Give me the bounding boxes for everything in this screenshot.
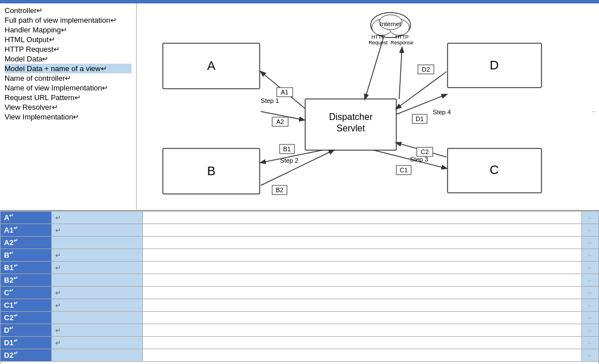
- left-item-name-view-impl[interactable]: Name of view Implementation↵: [5, 83, 132, 93]
- svg-text:Internet: Internet: [380, 20, 401, 27]
- table-section: A↵↵←A1↵↵←A2↵←B↵↵←B1↵↵←B2↵←C↵↵←C1↵↵←C2↵←D…: [0, 210, 599, 364]
- table-label-a: A↵: [1, 212, 52, 224]
- table-label-c1: C1↵: [1, 299, 52, 312]
- svg-text:C1: C1: [400, 167, 408, 173]
- svg-text:Step 2: Step 2: [280, 157, 298, 164]
- scroll-hint-right: ←: [590, 107, 598, 115]
- table-label-a2: A2↵: [1, 237, 52, 249]
- table-input-b1[interactable]: ↵: [52, 262, 143, 274]
- table-arrow-b1: ←: [582, 262, 599, 274]
- svg-line-20: [365, 36, 384, 99]
- svg-text:C2: C2: [421, 148, 429, 155]
- table-answer-c1[interactable]: [143, 299, 582, 312]
- table-input-c[interactable]: ↵: [52, 287, 143, 299]
- svg-text:D1: D1: [416, 115, 424, 122]
- diagram-area: A B Dispatcher Servlet C D Internet HTTP…: [137, 3, 599, 210]
- table-answer-b2[interactable]: [143, 274, 582, 287]
- table-label-d2: D2↵: [1, 349, 52, 362]
- svg-text:B2: B2: [276, 187, 283, 193]
- table-label-b: B↵: [1, 249, 52, 262]
- table-arrow-d2: ←: [582, 349, 599, 362]
- table-input-c1[interactable]: ↵: [52, 299, 143, 312]
- table-input-a[interactable]: ↵: [52, 212, 143, 224]
- svg-text:Step 1: Step 1: [261, 97, 279, 104]
- svg-text:D2: D2: [422, 66, 430, 73]
- table-answer-d[interactable]: [143, 324, 582, 337]
- table-input-b2[interactable]: [52, 274, 143, 287]
- svg-text:C: C: [490, 163, 499, 177]
- table-input-c2[interactable]: [52, 312, 143, 324]
- svg-text:B: B: [207, 164, 216, 178]
- svg-line-40: [396, 72, 446, 109]
- left-item-http-request[interactable]: HTTP Request↵: [5, 44, 132, 54]
- table-label-c: C↵: [1, 287, 52, 299]
- table-answer-a[interactable]: [143, 212, 582, 224]
- left-item-request-url[interactable]: Request URL Pattern↵: [5, 93, 132, 102]
- svg-line-21: [399, 48, 402, 99]
- diagram-svg: A B Dispatcher Servlet C D Internet HTTP…: [137, 3, 599, 208]
- main-content: Controller↵Full path of view implementat…: [0, 3, 599, 210]
- table-answer-a1[interactable]: [143, 224, 582, 237]
- left-item-view-resolver[interactable]: View Resolver↵: [5, 102, 132, 112]
- table-answer-d2[interactable]: [143, 349, 582, 362]
- table-answer-d1[interactable]: [143, 337, 582, 349]
- svg-text:Step 4: Step 4: [433, 109, 451, 115]
- table-arrow-d: ←: [582, 324, 599, 337]
- svg-text:Dispatcher: Dispatcher: [329, 112, 373, 122]
- table-input-a2[interactable]: [52, 237, 143, 249]
- left-item-handler-mapping[interactable]: Handler Mapping↵: [5, 25, 132, 35]
- answer-table: A↵↵←A1↵↵←A2↵←B↵↵←B1↵↵←B2↵←C↵↵←C1↵↵←C2↵←D…: [0, 211, 599, 364]
- svg-text:Request: Request: [368, 40, 388, 46]
- left-item-model-data[interactable]: Model Data↵: [5, 54, 132, 64]
- table-arrow-c2: ←: [582, 312, 599, 324]
- table-answer-c[interactable]: [143, 287, 582, 299]
- table-label-b2: B2↵: [1, 274, 52, 287]
- table-arrow-a2: ←: [582, 237, 599, 249]
- table-label-a1: A1↵: [1, 224, 52, 237]
- table-input-d1[interactable]: ↵: [52, 337, 143, 349]
- svg-text:A: A: [207, 59, 216, 73]
- left-item-full-path[interactable]: Full path of view implementation↵: [5, 15, 132, 25]
- svg-text:A2: A2: [276, 118, 284, 125]
- svg-text:Step 3: Step 3: [410, 156, 428, 163]
- table-input-b[interactable]: ↵: [52, 249, 143, 262]
- table-label-c2: C2↵: [1, 312, 52, 324]
- table-input-d[interactable]: ↵: [52, 324, 143, 337]
- svg-text:HTTP: HTTP: [395, 34, 409, 40]
- table-label-d: D↵: [1, 324, 52, 337]
- table-arrow-c: ←: [582, 287, 599, 299]
- table-answer-b1[interactable]: [143, 262, 582, 274]
- table-final-row: ↵: [1, 362, 599, 365]
- svg-text:D: D: [490, 58, 499, 72]
- table-arrow-b: ←: [582, 249, 599, 262]
- svg-text:Servlet: Servlet: [337, 123, 365, 133]
- table-arrow-b2: ←: [582, 274, 599, 287]
- table-label-d1: D1↵: [1, 337, 52, 349]
- table-answer-b[interactable]: [143, 249, 582, 262]
- left-item-view-impl[interactable]: View Implementation↵: [5, 112, 132, 122]
- left-item-html-output[interactable]: HTML Output↵: [5, 35, 132, 44]
- table-input-a1[interactable]: ↵: [52, 224, 143, 237]
- left-item-controller[interactable]: Controller↵: [5, 6, 132, 15]
- table-label-b1: B1↵: [1, 262, 52, 274]
- table-arrow-a1: ←: [582, 224, 599, 237]
- table-answer-c2[interactable]: [143, 312, 582, 324]
- table-answer-a2[interactable]: [143, 237, 582, 249]
- table-input-d2[interactable]: [52, 349, 143, 362]
- left-panel: Controller↵Full path of view implementat…: [0, 3, 137, 210]
- table-arrow-a: ←: [582, 212, 599, 224]
- left-item-name-controller[interactable]: Name of controller↵: [5, 73, 132, 83]
- svg-text:Response: Response: [391, 40, 414, 46]
- svg-text:A1: A1: [281, 89, 288, 96]
- table-arrow-d1: ←: [582, 337, 599, 349]
- left-item-model-data-view[interactable]: Model Data + name of a view↵: [5, 64, 132, 73]
- table-arrow-c1: ←: [582, 299, 599, 312]
- svg-text:B1: B1: [283, 146, 290, 152]
